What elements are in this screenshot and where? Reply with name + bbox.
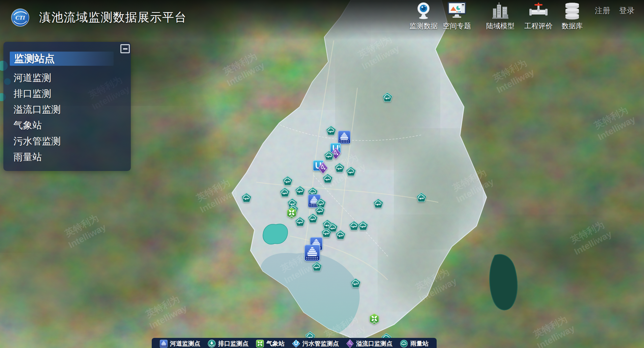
- panel-item-overflow-monitoring[interactable]: 溢流口监测: [3, 102, 131, 117]
- legend-item-outlet[interactable]: 排口监测点: [208, 340, 248, 348]
- legend-label: 雨量站: [410, 340, 429, 348]
- legend-label: 河道监测点: [170, 340, 200, 348]
- nav-label: 数据库: [553, 21, 592, 31]
- panel-title[interactable]: 监测站点: [10, 52, 114, 66]
- river-point-icon: [160, 340, 168, 348]
- station-type-list: 河道监测 排口监测 溢流口监测 气象站 污水管监测 雨量站: [3, 70, 131, 165]
- minimize-icon: [123, 48, 127, 50]
- rain-marker[interactable]: [323, 174, 333, 183]
- legend-item-weather[interactable]: 气象站: [256, 340, 285, 348]
- nav-item-database[interactable]: 数据库: [553, 2, 592, 31]
- rain-marker[interactable]: [334, 163, 345, 173]
- page-title: 滇池流域监测数据展示平台: [39, 9, 187, 25]
- rain-marker[interactable]: [280, 187, 290, 197]
- rain-marker[interactable]: [241, 193, 252, 203]
- database-icon: [553, 2, 592, 21]
- nav-label: 空间专题: [437, 21, 476, 31]
- outlet-point-icon: [208, 340, 216, 348]
- overflow-marker[interactable]: [318, 162, 328, 174]
- rain-marker[interactable]: [308, 213, 318, 223]
- legend-item-sewage[interactable]: 1 污水管监测点: [292, 340, 339, 348]
- nav-item-land-model[interactable]: 陆域模型: [481, 2, 520, 31]
- rain-marker[interactable]: [295, 186, 305, 196]
- rain-gauge-icon: [400, 340, 408, 348]
- legend-item-river[interactable]: 河道监测点: [160, 340, 200, 348]
- login-link[interactable]: 登录: [619, 5, 635, 16]
- weather-station-icon: [256, 340, 264, 348]
- panel-item-weather-station[interactable]: 气象站: [3, 117, 131, 133]
- rain-marker[interactable]: [335, 230, 346, 240]
- panel-item-sewage-monitoring[interactable]: 污水管监测: [3, 133, 131, 149]
- svg-text:1: 1: [298, 341, 299, 343]
- rain-marker[interactable]: [382, 92, 393, 102]
- rain-marker[interactable]: [416, 193, 427, 202]
- city-buildings-icon: [481, 2, 520, 21]
- panel-minimize-button[interactable]: [120, 44, 130, 53]
- panel-item-rain-gauge[interactable]: 雨量站: [3, 149, 131, 165]
- rain-marker[interactable]: [321, 228, 332, 238]
- svg-text:CTI: CTI: [16, 14, 26, 21]
- nav-label: 工程评价: [519, 21, 558, 31]
- rain-marker[interactable]: [326, 126, 336, 136]
- nav-item-spatial-topics[interactable]: 空间专题: [437, 2, 476, 31]
- river-marker[interactable]: [338, 130, 351, 144]
- rain-marker[interactable]: [346, 167, 356, 176]
- river-marker[interactable]: [304, 244, 320, 261]
- app-root: 英特利为Intelliway英特利为Intelliway英特利为Intelliw…: [0, 0, 644, 348]
- register-link[interactable]: 注册: [595, 5, 610, 16]
- legend-label: 溢流口监测点: [356, 340, 392, 348]
- legend-label: 气象站: [266, 340, 285, 348]
- legend-item-overflow[interactable]: 溢流口监测点: [346, 339, 392, 348]
- station-panel: 监测站点 河道监测 排口监测 溢流口监测 气象站 污水管监测 雨量站: [3, 42, 131, 171]
- rain-marker[interactable]: [312, 262, 322, 271]
- legend-label: 污水管监测点: [302, 340, 339, 348]
- rain-marker[interactable]: [373, 199, 384, 208]
- top-bar: CTI 滇池流域监测数据展示平台 监测数据: [0, 0, 644, 34]
- rain-marker[interactable]: [351, 278, 361, 288]
- pipe-valve-icon: [519, 2, 558, 21]
- monitor-chart-icon: [437, 2, 476, 21]
- weather-marker[interactable]: [369, 313, 380, 325]
- legend-bar: 河道监测点 排口监测点 气象: [152, 338, 437, 348]
- rain-marker[interactable]: [295, 217, 305, 227]
- nav-item-project-evaluation[interactable]: 工程评价: [519, 2, 558, 31]
- rain-marker[interactable]: [324, 151, 334, 161]
- legend-item-rain[interactable]: 雨量站: [400, 340, 429, 348]
- sewage-pipe-point-icon: 1: [292, 340, 300, 348]
- overflow-point-icon: [346, 339, 354, 348]
- platform-logo-icon: CTI: [11, 8, 29, 27]
- panel-item-outlet-monitoring[interactable]: 排口监测: [3, 86, 131, 102]
- rain-marker[interactable]: [358, 221, 369, 231]
- nav-label: 陆域模型: [481, 21, 520, 31]
- rain-marker[interactable]: [283, 176, 293, 186]
- legend-label: 排口监测点: [218, 340, 248, 348]
- panel-item-river-monitoring[interactable]: 河道监测: [3, 70, 131, 86]
